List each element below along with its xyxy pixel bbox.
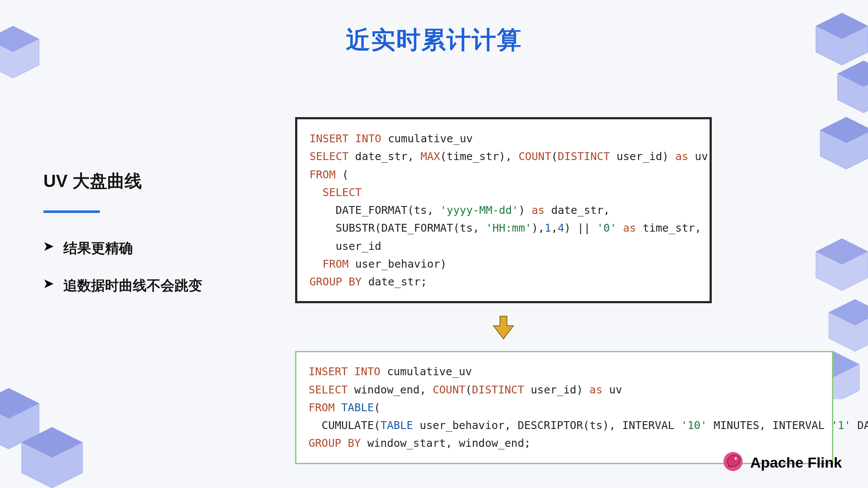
code-content: INSERT INTO cumulative_uv SELECT date_st… bbox=[309, 130, 697, 291]
svg-marker-18 bbox=[493, 316, 513, 339]
code-content: INSERT INTO cumulative_uv SELECT window_… bbox=[309, 363, 820, 452]
right-column: INSERT INTO cumulative_uv SELECT date_st… bbox=[295, 117, 842, 464]
brand-name: Apache Flink bbox=[750, 454, 842, 471]
bullet-list: 结果更精确 追数据时曲线不会跳变 bbox=[43, 239, 252, 295]
slide-title: 近实时累计计算 bbox=[0, 24, 868, 57]
subtitle-underline bbox=[43, 210, 100, 213]
brand: Apache Flink bbox=[721, 450, 842, 475]
arrow-down-icon bbox=[493, 315, 514, 341]
code-block-after: INSERT INTO cumulative_uv SELECT window_… bbox=[295, 351, 833, 464]
code-block-before: INSERT INTO cumulative_uv SELECT date_st… bbox=[295, 117, 712, 303]
deco-cubes-bottom-left bbox=[0, 380, 91, 488]
arrow-wrap bbox=[295, 303, 712, 351]
bullet-item: 结果更精确 bbox=[43, 239, 252, 258]
section-subtitle: UV 大盘曲线 bbox=[43, 169, 252, 193]
svg-point-21 bbox=[736, 458, 737, 459]
flink-logo-icon bbox=[721, 450, 745, 475]
left-column: UV 大盘曲线 结果更精确 追数据时曲线不会跳变 bbox=[43, 169, 252, 314]
bullet-item: 追数据时曲线不会跳变 bbox=[43, 276, 252, 295]
